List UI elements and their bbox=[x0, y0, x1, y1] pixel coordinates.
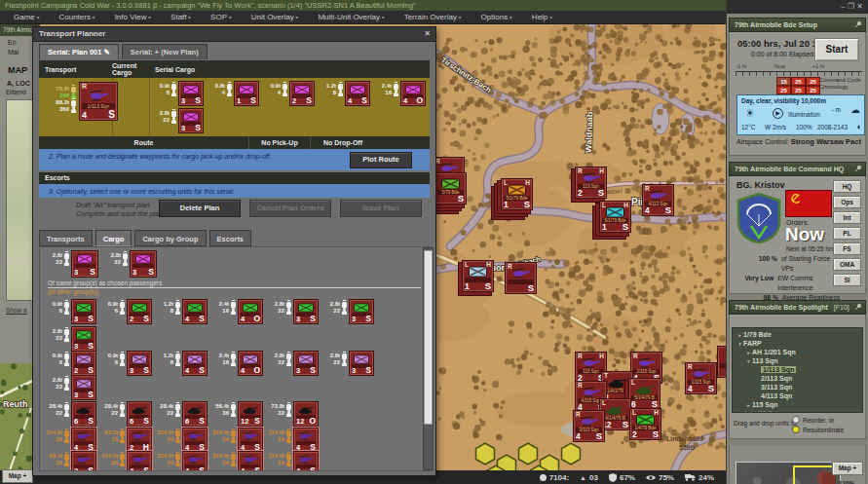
unit-counter[interactable]: 2 S bbox=[71, 451, 96, 471]
cargo-item[interactable]: 124.0t 20 4 S bbox=[210, 451, 266, 471]
cargo-item[interactable]: 2.8t 22 3 S bbox=[266, 299, 321, 324]
cargo-item[interactable]: 28.4t 22 6 S bbox=[44, 401, 99, 427]
serial-tab-1[interactable]: Serial: + (New Plan) bbox=[122, 44, 208, 59]
oob-item-115-sqn[interactable]: ▸115 Sqn bbox=[733, 400, 862, 409]
menu-options[interactable]: Options bbox=[472, 13, 522, 21]
cargo-item[interactable]: 0.8t 4 1 S bbox=[207, 81, 262, 106]
unit-counter[interactable]: 3 S bbox=[349, 351, 374, 376]
cargo-item[interactable]: 63.2t 10 2 H bbox=[99, 428, 155, 453]
cargo-item[interactable]: 1.2t 8 4 S bbox=[318, 81, 373, 106]
serial-tab-0[interactable]: Serial: Plan 001 ✎ bbox=[39, 44, 119, 59]
minimap-zoom-in-button[interactable]: Map + bbox=[832, 462, 863, 475]
oob-item-arty-79-bde[interactable]: ▸Arty/79 Bde bbox=[733, 409, 862, 413]
cargo-item[interactable]: 2.8t 22 3 S bbox=[321, 299, 377, 324]
map-unit-3-115-sqn[interactable]: R 3/115 Sqn 4 S bbox=[573, 410, 605, 442]
menu-unit-overlay[interactable]: Unit Overlay bbox=[242, 13, 309, 21]
unit-counter[interactable]: 3 S bbox=[71, 326, 96, 352]
tab-escorts[interactable]: Escorts bbox=[209, 230, 252, 246]
menu-staff[interactable]: Staff bbox=[161, 13, 201, 21]
dragdrop-option-resubordinate[interactable]: Resubordinate bbox=[792, 426, 844, 435]
unit-counter[interactable]: 2 H bbox=[127, 428, 152, 453]
collapse-icon[interactable]: ▾ bbox=[745, 358, 752, 364]
cargo-item[interactable]: 124.0t 20 4 S bbox=[266, 451, 321, 471]
expand-icon[interactable]: ▸ bbox=[745, 350, 752, 355]
cargo-item[interactable]: 0.9t 6 3 S bbox=[44, 299, 99, 324]
delete-plan-button[interactable]: Delete Plan bbox=[159, 200, 241, 217]
hq-button-ops[interactable]: Ops bbox=[833, 196, 861, 208]
unit-counter[interactable]: 4 O bbox=[238, 299, 263, 324]
cargo-item[interactable]: 0.9t 6 2 S bbox=[99, 299, 155, 324]
oob-item-1-113-sqn[interactable]: 1/113 Sqn bbox=[733, 365, 862, 374]
cargo-item[interactable]: 2.8t 22 3 S bbox=[151, 108, 207, 133]
map-unit-113-sqn[interactable]: R H 113 Sqn 2 S bbox=[575, 167, 607, 199]
cargo-item[interactable]: 2.8t 22 3 S bbox=[266, 351, 321, 376]
unit-counter[interactable]: 12 O bbox=[293, 401, 319, 427]
oob-item-1-79-bde[interactable]: ▸1/79 Bde bbox=[733, 330, 862, 339]
hq-button-pl[interactable]: PL bbox=[833, 227, 861, 240]
minimap[interactable] bbox=[736, 462, 841, 484]
spotlight-panel-header[interactable]: 79th Airmobile Bde Spotlight [F10] bbox=[729, 300, 866, 315]
dragdrop-option-reorder-or[interactable]: Reorder, or bbox=[792, 416, 844, 426]
menu-game[interactable]: Game bbox=[4, 13, 49, 21]
cargo-item[interactable]: 56.4t 36 12 S bbox=[210, 401, 266, 427]
transport-counter[interactable]: R 1/113 Sqn 4 S bbox=[79, 82, 118, 121]
oob-item-113-sqn[interactable]: ▾113 Sqn bbox=[733, 356, 862, 365]
cargo-item[interactable]: 72.8t 32 12 O bbox=[266, 401, 321, 427]
unit-counter[interactable]: 12 S bbox=[238, 401, 263, 427]
cargo-item[interactable]: 2.4t 16 4 O bbox=[210, 299, 266, 324]
map-unit-1-115-sqn[interactable]: R 1/115 Sqn 4 S bbox=[685, 362, 717, 394]
unit-counter[interactable]: 4 O bbox=[238, 351, 263, 376]
unit-counter[interactable]: 3 S bbox=[178, 108, 204, 133]
cargo-item[interactable]: 0.9t 6 3 S bbox=[99, 351, 155, 376]
cargo-item[interactable]: 124.0t 20 4 S bbox=[155, 428, 210, 453]
window-controls[interactable]: – ❐ ✕ bbox=[727, 0, 868, 14]
oob-item-ah-1-201-sqn[interactable]: ▸AH 1/201 Sqn bbox=[733, 348, 862, 356]
cargo-item[interactable]: 2.8t 22 3 S bbox=[102, 250, 158, 278]
expand-icon[interactable]: ▸ bbox=[736, 411, 743, 414]
cargo-item[interactable]: 2.8t 22 3 S bbox=[44, 375, 99, 400]
plot-route-button[interactable]: Plot Route bbox=[350, 152, 412, 168]
tab-transports[interactable]: Transports bbox=[39, 230, 93, 246]
menu-counters[interactable]: Counters bbox=[49, 13, 104, 21]
start-button[interactable]: Start bbox=[814, 38, 859, 61]
oob-item-3-113-sqn[interactable]: 3/113 Sqn bbox=[733, 383, 862, 391]
unit-counter[interactable]: 4 S bbox=[182, 451, 208, 471]
unit-counter[interactable]: 2 S bbox=[127, 299, 152, 324]
unit-counter[interactable]: 4 S bbox=[127, 451, 152, 471]
cargo-item[interactable]: 124.0t 20 4 S bbox=[266, 428, 321, 453]
unit-counter[interactable]: 4 S bbox=[238, 451, 263, 471]
oob-item-4-113-sqn[interactable]: 4/113 Sqn bbox=[733, 391, 862, 400]
map-unit-1-4-79-bde[interactable]: L H 1/4/79 Bde 2 S bbox=[629, 408, 661, 440]
menu-info-view[interactable]: Info View bbox=[105, 13, 161, 21]
dialog-scrollbar[interactable] bbox=[423, 247, 434, 470]
menu-help[interactable]: Help bbox=[522, 13, 562, 21]
expand-icon[interactable]: ▸ bbox=[736, 332, 743, 338]
unit-counter[interactable]: 6 S bbox=[182, 401, 208, 427]
hq-button-int[interactable]: Int bbox=[833, 211, 861, 224]
unit-counter[interactable]: 3 S bbox=[293, 299, 319, 324]
unit-counter[interactable]: 6 S bbox=[127, 401, 152, 427]
pin-icon[interactable] bbox=[854, 20, 862, 28]
hq-button-hq[interactable]: HQ bbox=[833, 180, 861, 193]
cargo-item[interactable]: 0.9t 6 2 S bbox=[44, 351, 99, 376]
unit-counter[interactable]: 4 S bbox=[182, 428, 208, 453]
unit-counter[interactable]: 3 S bbox=[349, 299, 374, 324]
cargo-item[interactable]: 63.2t 10 2 S bbox=[44, 451, 99, 471]
map-unit-5-1-4-79-b[interactable]: L 5/1/4/79 B 6 S bbox=[628, 378, 660, 410]
close-icon[interactable]: ✕ bbox=[422, 29, 433, 39]
cargo-item[interactable]: 0.9t 6 3 S bbox=[151, 81, 207, 106]
dialog-title[interactable]: Transport Planner bbox=[33, 27, 435, 42]
hq-panel-header[interactable]: 79th Airmobile Bde Command HQ bbox=[729, 162, 866, 176]
setup-panel-header[interactable]: 79th Airmobile Bde Setup bbox=[729, 18, 866, 32]
unit-counter[interactable]: 4 S bbox=[345, 81, 370, 106]
unit-counter[interactable]: 3 S bbox=[178, 81, 204, 106]
menu-sop[interactable]: SOP bbox=[201, 13, 242, 21]
cargo-item[interactable]: 124.0t 20 4 S bbox=[155, 451, 210, 471]
tab-cargo-by-group[interactable]: Cargo by Group bbox=[134, 230, 206, 246]
unit-counter[interactable]: 3 S bbox=[71, 250, 98, 278]
pin-icon[interactable] bbox=[854, 165, 862, 172]
map-unit-stack[interactable]: S bbox=[717, 346, 726, 378]
unit-counter[interactable]: 4 O bbox=[400, 81, 426, 106]
cargo-item[interactable]: 2.8t 22 3 S bbox=[44, 250, 99, 278]
cargo-item[interactable]: 28.4t 22 6 S bbox=[99, 401, 155, 427]
